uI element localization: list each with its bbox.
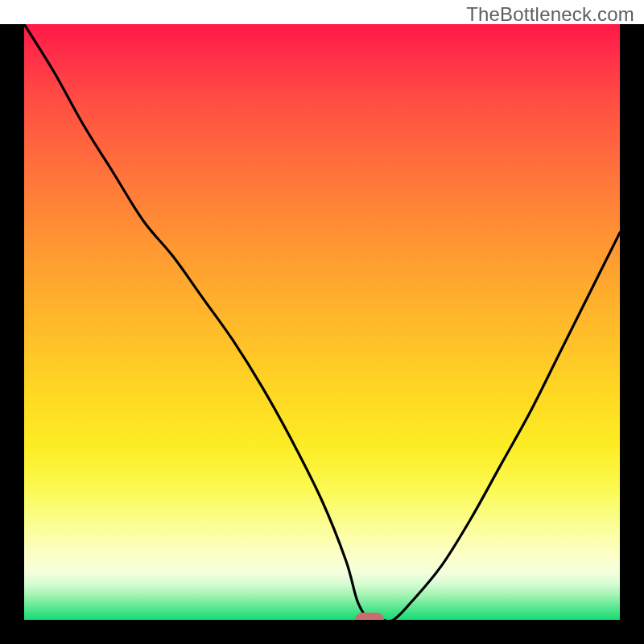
optimal-point-marker xyxy=(355,613,384,620)
plot-area xyxy=(24,24,620,620)
watermark-text: TheBottleneck.com xyxy=(466,3,634,26)
frame-left xyxy=(0,24,24,644)
chart-stage: TheBottleneck.com xyxy=(0,0,644,644)
bottleneck-curve xyxy=(24,24,620,620)
frame-bottom xyxy=(0,620,644,644)
chart-frame xyxy=(0,24,644,644)
curve-svg xyxy=(24,24,620,620)
frame-right xyxy=(620,24,644,644)
